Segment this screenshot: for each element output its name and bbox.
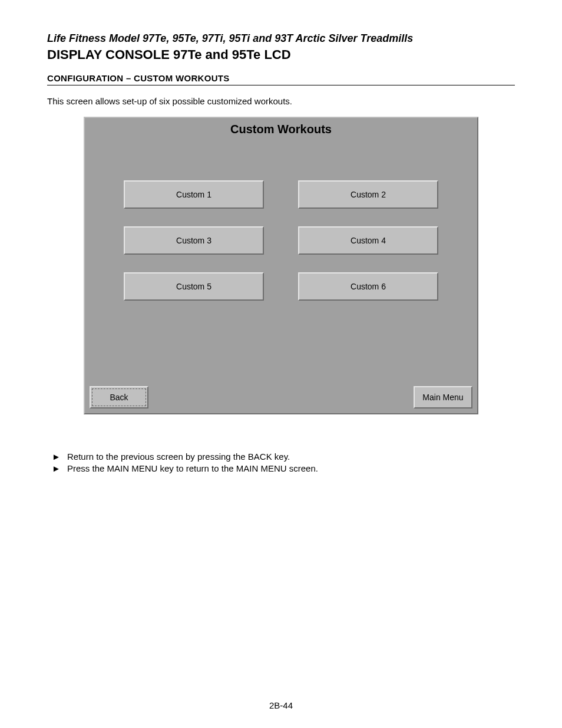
bullet-icon: ► bbox=[47, 463, 67, 475]
main-menu-button[interactable]: Main Menu bbox=[414, 386, 472, 409]
back-button[interactable]: Back bbox=[90, 386, 148, 409]
doc-subtitle: Life Fitness Model 97Te, 95Te, 97Ti, 95T… bbox=[47, 32, 515, 45]
grid-row: Custom 3 Custom 4 bbox=[124, 226, 438, 255]
page: Life Fitness Model 97Te, 95Te, 97Ti, 95T… bbox=[0, 0, 562, 728]
custom-2-button[interactable]: Custom 2 bbox=[298, 180, 438, 209]
list-item: ► Return to the previous screen by press… bbox=[47, 451, 515, 463]
grid-row: Custom 1 Custom 2 bbox=[124, 180, 438, 209]
screen-title: Custom Workouts bbox=[85, 118, 477, 136]
custom-4-button[interactable]: Custom 4 bbox=[298, 226, 438, 255]
custom-5-button[interactable]: Custom 5 bbox=[124, 272, 264, 301]
instruction-list: ► Return to the previous screen by press… bbox=[47, 451, 515, 474]
screen-container: Custom Workouts Custom 1 Custom 2 Custom… bbox=[84, 117, 478, 414]
divider bbox=[47, 85, 515, 85]
list-item: ► Press the MAIN MENU key to return to t… bbox=[47, 463, 515, 475]
page-number: 2B-44 bbox=[0, 700, 562, 710]
doc-title: DISPLAY CONSOLE 97Te and 95Te LCD bbox=[47, 47, 515, 62]
bottom-nav: Back Main Menu bbox=[90, 386, 472, 409]
bullet-text: Return to the previous screen by pressin… bbox=[67, 451, 290, 463]
section-heading: CONFIGURATION – CUSTOM WORKOUTS bbox=[47, 73, 515, 83]
intro-text: This screen allows set-up of six possibl… bbox=[47, 96, 515, 106]
custom-grid: Custom 1 Custom 2 Custom 3 Custom 4 Cust… bbox=[85, 180, 477, 301]
bullet-text: Press the MAIN MENU key to return to the… bbox=[67, 463, 318, 475]
bullet-icon: ► bbox=[47, 451, 67, 463]
custom-6-button[interactable]: Custom 6 bbox=[298, 272, 438, 301]
grid-row: Custom 5 Custom 6 bbox=[124, 272, 438, 301]
lcd-screen: Custom Workouts Custom 1 Custom 2 Custom… bbox=[84, 117, 478, 414]
custom-1-button[interactable]: Custom 1 bbox=[124, 180, 264, 209]
custom-3-button[interactable]: Custom 3 bbox=[124, 226, 264, 255]
